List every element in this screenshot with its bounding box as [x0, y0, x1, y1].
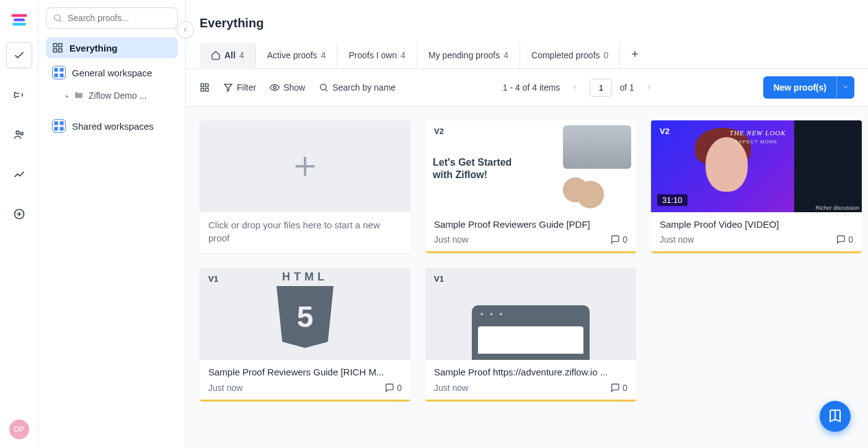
proof-title: Sample Proof Reviewers Guide [RICH M... — [208, 366, 402, 379]
svg-rect-15 — [55, 122, 58, 125]
comment-icon — [610, 235, 620, 244]
show-label: Show — [283, 83, 305, 92]
help-fab[interactable] — [820, 401, 851, 432]
chevron-left-icon — [571, 83, 578, 91]
rail-integrations-icon[interactable] — [6, 82, 32, 108]
search-input[interactable] — [68, 13, 171, 23]
proof-time: Just now — [660, 235, 694, 244]
items-summary: 1 - 4 of 4 items — [503, 83, 560, 92]
sidebar: Everything General workspace ▸ Ziflow De… — [38, 0, 186, 448]
nav-demo-label: Ziflow Demo ... — [89, 91, 146, 101]
drop-card[interactable]: Click or drop your files here to start a… — [200, 120, 410, 253]
version-badge: V1 — [432, 273, 446, 285]
svg-rect-11 — [55, 68, 58, 72]
svg-rect-17 — [55, 127, 58, 131]
workspace-icon — [52, 66, 66, 79]
proof-thumbnail: THE NEW LOOK EXPECT MORE Richer discussi… — [651, 120, 862, 212]
svg-point-5 — [55, 15, 60, 20]
proof-card[interactable]: HTML 5 V1 Sample Proof Reviewers Guide [… — [200, 268, 410, 401]
proof-comments: 0 — [836, 235, 853, 244]
proof-thumbnail: HTML 5 V1 — [200, 268, 410, 360]
proof-card[interactable]: V1 Sample Proof https://adventure.ziflow… — [425, 268, 636, 401]
svg-rect-21 — [201, 84, 204, 87]
new-proof-button[interactable]: New proof(s) — [763, 76, 837, 99]
filter-icon — [223, 83, 233, 92]
tab-active-count: 4 — [321, 50, 326, 60]
tab-pending-count: 4 — [503, 50, 508, 60]
search-by-name[interactable]: Search by name — [319, 83, 396, 92]
tab-pending-label: My pending proofs — [428, 50, 500, 60]
svg-point-26 — [273, 86, 276, 89]
svg-rect-7 — [53, 43, 56, 47]
svg-rect-8 — [59, 43, 62, 47]
book-icon — [828, 409, 843, 424]
nav-demo-folder[interactable]: ▸ Ziflow Demo ... — [46, 87, 178, 104]
page-of: of 1 — [619, 83, 634, 92]
svg-point-0 — [16, 131, 19, 134]
proof-comments: 0 — [610, 383, 627, 393]
svg-line-6 — [60, 20, 61, 22]
add-tab-button[interactable] — [620, 42, 650, 68]
filter-button[interactable]: Filter — [223, 83, 256, 92]
plus-icon — [630, 49, 640, 59]
drop-text: Click or drop your files here to start a… — [208, 218, 402, 244]
comment-icon — [610, 383, 620, 393]
home-icon — [211, 50, 221, 60]
rail-activity-icon[interactable] — [6, 161, 32, 187]
pager-next[interactable] — [642, 80, 657, 95]
tab-own-count: 4 — [401, 50, 405, 60]
drop-zone[interactable] — [200, 120, 410, 212]
chevron-left-icon — [182, 26, 189, 34]
rail-add-icon[interactable] — [6, 201, 32, 227]
layout-toggle[interactable] — [200, 83, 210, 92]
svg-marker-25 — [224, 84, 232, 91]
comment-icon — [836, 235, 846, 244]
proof-title: Sample Proof https://adventure.ziflow.io… — [434, 366, 627, 379]
new-proof-menu-toggle[interactable] — [837, 76, 854, 99]
nav-shared-workspaces[interactable]: Shared workspaces — [46, 114, 178, 138]
tab-my-pending[interactable]: My pending proofs 4 — [417, 43, 520, 68]
svg-rect-16 — [60, 122, 64, 125]
proof-title: Sample Proof Video [VIDEO] — [660, 218, 853, 231]
rail-people-icon[interactable] — [6, 122, 32, 148]
tab-completed[interactable]: Completed proofs 0 — [520, 43, 620, 68]
svg-rect-22 — [205, 84, 208, 87]
svg-rect-23 — [201, 88, 204, 91]
main-area: Everything All 4 Active proofs 4 Proofs … — [186, 0, 868, 448]
page-input[interactable] — [590, 79, 612, 97]
proof-thumbnail: V1 — [425, 268, 636, 360]
user-avatar[interactable]: DP — [9, 419, 29, 439]
workspace-icon — [52, 119, 66, 133]
svg-line-28 — [326, 89, 327, 91]
show-button[interactable]: Show — [270, 83, 305, 92]
eye-icon — [270, 83, 280, 92]
grid-view-icon — [200, 83, 210, 92]
nav-everything[interactable]: Everything — [46, 37, 178, 58]
toolbar: Filter Show Search by name 1 - 4 of 4 it… — [186, 69, 868, 107]
folder-icon — [74, 91, 84, 101]
chevron-right-icon — [645, 83, 653, 91]
search-box[interactable] — [46, 7, 178, 29]
version-badge: V2 — [657, 125, 672, 137]
tab-active-proofs[interactable]: Active proofs 4 — [256, 43, 338, 68]
proof-card[interactable]: THE NEW LOOK EXPECT MORE Richer discussi… — [651, 120, 862, 253]
pager-prev[interactable] — [567, 80, 582, 95]
svg-rect-14 — [60, 74, 64, 78]
proof-time: Just now — [434, 235, 468, 244]
search-icon — [53, 13, 63, 23]
comment-icon — [384, 383, 394, 393]
tab-proofs-i-own[interactable]: Proofs I own 4 — [337, 43, 417, 68]
nav-general-label: General workspace — [72, 68, 152, 78]
nav-general-workspace[interactable]: General workspace — [46, 61, 178, 84]
tab-all[interactable]: All 4 — [200, 43, 256, 68]
search-icon — [319, 83, 329, 92]
proof-card[interactable]: Let's Get Startedwith Ziflow! V2 Sample … — [425, 120, 636, 253]
tab-all-label: All — [224, 50, 236, 60]
svg-rect-10 — [59, 49, 62, 52]
svg-rect-13 — [55, 74, 58, 78]
proof-thumbnail: Let's Get Startedwith Ziflow! V2 — [425, 120, 636, 212]
rail-proofs-icon[interactable] — [6, 42, 32, 68]
duration-badge: 31:10 — [657, 194, 688, 206]
collapse-sidebar-button[interactable] — [177, 21, 194, 38]
pager: 1 - 4 of 4 items of 1 — [503, 79, 657, 97]
